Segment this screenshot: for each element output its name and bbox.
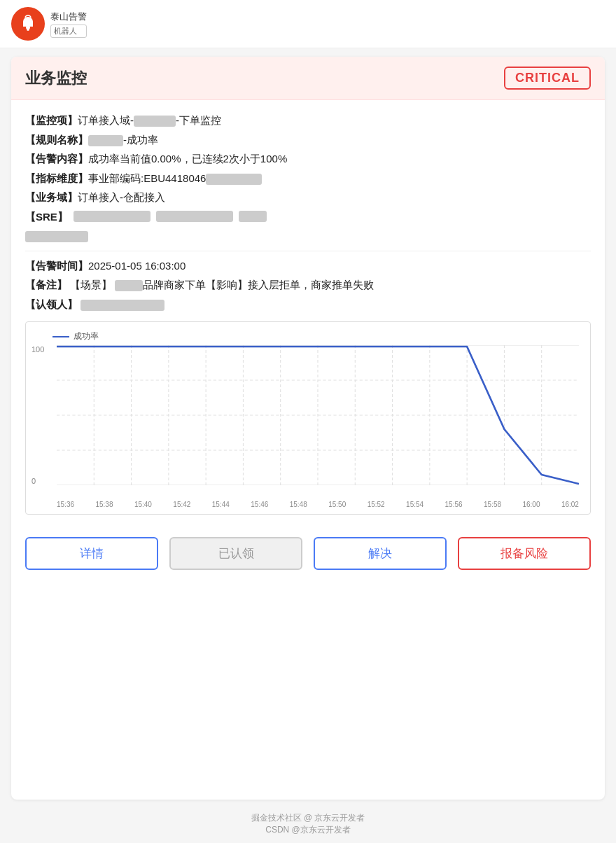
- app-tag: 机器人: [50, 25, 87, 38]
- x-label-1: 15:38: [95, 501, 113, 508]
- remark-line: 【备注】 【场景】 ███品牌商家下单【影响】接入层拒单，商家推单失败: [25, 276, 591, 294]
- alert-time-value: 2025-01-05 16:03:00: [88, 260, 186, 272]
- chart-container: 成功率 100 0: [25, 321, 591, 515]
- chart-y-top: 100: [31, 345, 44, 354]
- extra-blur-line: ████████: [25, 227, 591, 245]
- svg-point-1: [27, 28, 29, 31]
- x-label-12: 16:00: [522, 501, 540, 508]
- divider: [25, 251, 591, 251]
- remark-suffix: 品牌商家下单【影响】接入层拒单，商家推单失败: [143, 279, 374, 291]
- x-label-2: 15:40: [134, 501, 152, 508]
- remark-value: 【场景】: [70, 279, 112, 291]
- monitor-item-label: 【监控项】: [25, 114, 78, 126]
- footer-sub: CSDN @京东云开发者: [0, 824, 616, 836]
- main-card: 业务监控 CRITICAL 【监控项】订单接入域-███-下单监控 【规则名称】…: [11, 57, 605, 800]
- metric-label: 【指标维度】: [25, 172, 88, 184]
- action-buttons: 详情 已认领 解决 报备风险: [11, 527, 605, 581]
- monitor-item-line: 【监控项】订单接入域-███-下单监控: [25, 111, 591, 130]
- domain-line: 【业务域】订单接入-仓配接入: [25, 188, 591, 207]
- domain-value: 订单接入-仓配接入: [78, 191, 165, 203]
- claimed-button: 已认领: [169, 537, 302, 570]
- resolve-button[interactable]: 解决: [314, 537, 447, 570]
- claimant-blur: ████████████: [80, 300, 164, 311]
- alert-content-label: 【告警内容】: [25, 153, 88, 165]
- rule-suffix: -成功率: [123, 134, 158, 146]
- alert-time-label: 【告警时间】: [25, 260, 88, 272]
- critical-badge: CRITICAL: [504, 67, 591, 90]
- sre-blur-2: ████████████: [156, 211, 233, 222]
- sre-blur-1: ████████████: [74, 211, 150, 222]
- alert-content-line: 【告警内容】成功率当前值0.00%，已连续2次小于100%: [25, 150, 591, 168]
- remark-label: 【备注】: [25, 279, 67, 291]
- metric-value: 事业部编码:EBU4418046: [88, 172, 206, 184]
- alert-content-value: 成功率当前值0.00%，已连续2次小于100%: [88, 153, 287, 165]
- metric-line: 【指标维度】事业部编码:EBU4418046████████: [25, 169, 591, 188]
- app-logo: [11, 7, 45, 41]
- extra-blur: ████████: [25, 231, 88, 242]
- chart-svg: [57, 345, 579, 485]
- x-label-8: 15:52: [368, 501, 385, 508]
- chart-area: 100 0: [31, 345, 584, 499]
- rule-name-line: 【规则名称】███-成功率: [25, 131, 591, 149]
- monitor-item-value: 订单接入域-: [78, 114, 134, 126]
- chart-legend: 成功率: [31, 330, 584, 342]
- card-header: 业务监控 CRITICAL: [11, 57, 605, 100]
- domain-label: 【业务域】: [25, 191, 78, 203]
- card-title: 业务监控: [25, 68, 87, 89]
- app-name: 泰山告警: [50, 11, 87, 23]
- legend-line-icon: [52, 336, 69, 337]
- x-label-13: 16:02: [561, 501, 579, 508]
- app-title-group: 泰山告警 机器人: [50, 11, 87, 38]
- claimant-line: 【认领人】 ████████████: [25, 295, 591, 314]
- claimant-label: 【认领人】: [25, 298, 78, 310]
- sre-blur-3: ████: [239, 211, 267, 222]
- x-label-5: 15:46: [251, 501, 268, 508]
- chart-x-labels: 15:36 15:38 15:40 15:42 15:44 15:46 15:4…: [31, 501, 584, 508]
- x-label-7: 15:50: [328, 501, 346, 508]
- x-label-9: 15:54: [406, 501, 424, 508]
- metric-blur: ████████: [206, 174, 262, 185]
- page-footer: 掘金技术社区 @ 京东云开发者 CSDN @京东云开发者: [0, 808, 616, 843]
- card-body: 【监控项】订单接入域-███-下单监控 【规则名称】███-成功率 【告警内容】…: [11, 100, 605, 527]
- sre-label: 【SRE】: [25, 208, 68, 226]
- monitor-item-blur: ███: [134, 116, 176, 127]
- x-label-4: 15:44: [212, 501, 230, 508]
- x-label-6: 15:48: [290, 501, 307, 508]
- chart-y-bottom: 0: [31, 477, 36, 485]
- sre-line: 【SRE】 ████████████ ████████████ ████: [25, 208, 591, 226]
- report-button[interactable]: 报备风险: [458, 537, 591, 570]
- rule-blur: ███: [88, 135, 123, 146]
- alert-time-line: 【告警时间】2025-01-05 16:03:00: [25, 257, 591, 275]
- app-header: 泰山告警 机器人: [0, 0, 616, 48]
- x-label-11: 15:58: [484, 501, 501, 508]
- footer-text: 掘金技术社区 @ 京东云开发者: [0, 812, 616, 824]
- rule-label: 【规则名称】: [25, 134, 88, 146]
- monitor-item-suffix: -下单监控: [176, 114, 221, 126]
- x-label-3: 15:42: [173, 501, 190, 508]
- remark-blur: ███: [115, 280, 143, 291]
- x-label-0: 15:36: [57, 501, 74, 508]
- detail-button[interactable]: 详情: [25, 537, 158, 570]
- x-label-10: 15:56: [445, 501, 463, 508]
- legend-label: 成功率: [74, 330, 99, 342]
